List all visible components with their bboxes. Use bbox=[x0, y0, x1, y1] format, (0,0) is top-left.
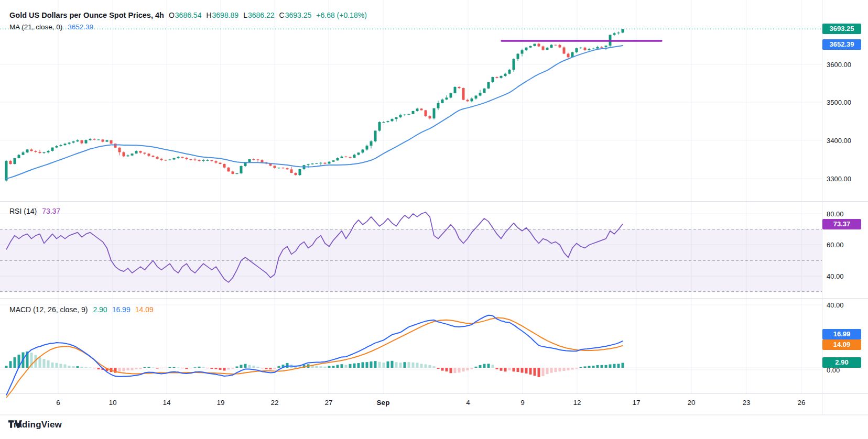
time-scale-label[interactable]: 6 bbox=[56, 399, 60, 407]
time-scale-label[interactable]: Sep bbox=[377, 399, 390, 407]
price-scale-badge: 16.99 bbox=[822, 329, 861, 339]
price-scale-badge: 3652.39 bbox=[822, 39, 861, 50]
chart-canvas[interactable] bbox=[0, 0, 868, 439]
price-scale-badge: 3693.25 bbox=[822, 24, 861, 34]
trading-chart: Gold US Dollars per Ounce Spot Prices, 4… bbox=[0, 0, 868, 439]
tradingview-logo-icon bbox=[8, 420, 23, 429]
time-scale-label[interactable]: 14 bbox=[162, 399, 170, 407]
time-scale-label[interactable]: 17 bbox=[632, 399, 640, 407]
price-scale-label[interactable]: 40.00 bbox=[827, 301, 844, 309]
time-scale-label[interactable]: 26 bbox=[797, 399, 805, 407]
price-scale-badge: 2.90 bbox=[822, 357, 861, 368]
time-scale-label[interactable]: 10 bbox=[108, 399, 116, 407]
price-scale-label[interactable]: 3400.00 bbox=[827, 137, 851, 145]
price-scale-label[interactable]: 3300.00 bbox=[827, 175, 851, 183]
time-scale-label[interactable]: 20 bbox=[687, 399, 695, 407]
price-scale-badge: 14.09 bbox=[822, 339, 861, 350]
price-scale-badge: 73.37 bbox=[822, 219, 861, 229]
time-scale-label[interactable]: 12 bbox=[573, 399, 581, 407]
time-scale-label[interactable]: 9 bbox=[520, 399, 525, 407]
time-scale-label[interactable]: 22 bbox=[270, 399, 278, 407]
price-scale-label[interactable]: 80.00 bbox=[827, 210, 844, 218]
price-scale-label[interactable]: 3500.00 bbox=[827, 98, 851, 106]
price-scale-label[interactable]: 60.00 bbox=[827, 241, 844, 249]
time-scale-label[interactable]: 4 bbox=[466, 399, 470, 407]
price-scale-label[interactable]: 3600.00 bbox=[827, 61, 851, 69]
price-scale-label[interactable]: 40.00 bbox=[827, 272, 844, 280]
time-scale-label[interactable]: 23 bbox=[742, 399, 750, 407]
tradingview-logo[interactable]: TradingView bbox=[8, 420, 62, 430]
time-scale-label[interactable]: 27 bbox=[324, 399, 332, 407]
time-scale-label[interactable]: 19 bbox=[216, 399, 224, 407]
